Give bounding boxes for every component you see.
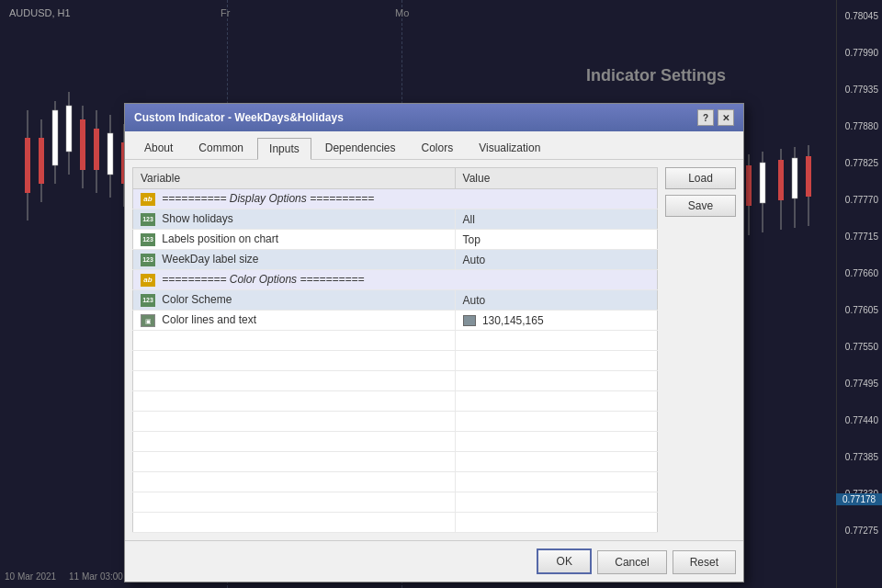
- cancel-button[interactable]: Cancel: [597, 550, 666, 574]
- svg-rect-93: [792, 158, 797, 198]
- table-row-empty: [133, 391, 658, 412]
- svg-rect-1: [25, 138, 30, 193]
- table-row-empty: [133, 351, 658, 371]
- tabs-bar: About Common Inputs Dependencies Colors …: [125, 131, 743, 160]
- price-5: 0.77770: [845, 195, 878, 205]
- svg-rect-5: [52, 110, 58, 165]
- svg-rect-3: [39, 138, 44, 184]
- icon-img-lines: ▣: [141, 314, 155, 327]
- price-2: 0.77935: [845, 85, 878, 95]
- table-row: ab ========== Display Options ==========: [133, 189, 658, 209]
- tab-dependencies[interactable]: Dependencies: [313, 137, 408, 159]
- var-color-scheme: 123 Color Scheme: [133, 290, 456, 311]
- svg-rect-9: [80, 119, 85, 170]
- price-1: 0.77990: [845, 48, 878, 58]
- price-3: 0.77880: [845, 121, 878, 131]
- price-0: 0.78045: [845, 11, 878, 21]
- table-row-empty: [133, 472, 658, 492]
- chart-symbol: AUDUSD, H1: [9, 7, 71, 18]
- close-button[interactable]: ✕: [718, 109, 734, 126]
- var-color-lines: ▣ Color lines and text: [133, 311, 456, 331]
- svg-rect-11: [94, 129, 99, 170]
- price-7: 0.77660: [845, 268, 878, 278]
- load-button[interactable]: Load: [665, 167, 736, 189]
- icon-123-holidays: 123: [141, 213, 155, 226]
- var-weekday-label: 123 WeekDay label size: [133, 250, 456, 270]
- chart-col-label-fr: Fr: [220, 7, 230, 18]
- val-labels-position[interactable]: Top: [455, 230, 657, 250]
- svg-rect-87: [746, 165, 752, 206]
- svg-rect-7: [66, 106, 72, 152]
- color-swatch: [463, 315, 476, 326]
- dialog-titlebar: Custom Indicator - WeekDays&Holidays ? ✕: [125, 104, 743, 131]
- table-row-empty: [133, 371, 658, 391]
- svg-rect-13: [107, 133, 113, 175]
- val-color-lines[interactable]: 130,145,165: [455, 311, 657, 331]
- table-row[interactable]: ▣ Color lines and text 130,145,165: [133, 311, 658, 331]
- icon-123-scheme: 123: [141, 294, 155, 307]
- val-color-scheme[interactable]: Auto: [455, 290, 657, 311]
- table-row[interactable]: 123 Color Scheme Auto: [133, 290, 658, 311]
- tab-common[interactable]: Common: [187, 137, 255, 159]
- settings-table: Variable Value ab ========== Display Opt…: [132, 167, 658, 533]
- table-row-empty: [133, 331, 658, 351]
- display-options-label: ========== Display Options ==========: [162, 192, 374, 205]
- color-options-label: ========== Color Options ==========: [162, 273, 364, 286]
- tab-inputs[interactable]: Inputs: [257, 138, 311, 160]
- price-highlight: 0.77178: [836, 493, 882, 505]
- dialog-title: Custom Indicator - WeekDays&Holidays: [134, 111, 344, 124]
- save-button[interactable]: Save: [665, 195, 736, 217]
- settings-table-area: Variable Value ab ========== Display Opt…: [132, 167, 658, 533]
- table-row-empty: [133, 452, 658, 472]
- section-color-options: ab ========== Color Options ==========: [133, 270, 658, 290]
- tab-colors[interactable]: Colors: [409, 137, 465, 159]
- price-11: 0.77440: [845, 415, 878, 425]
- icon-123-weekday: 123: [141, 254, 155, 266]
- settings-dialog: Custom Indicator - WeekDays&Holidays ? ✕…: [124, 103, 744, 582]
- table-row[interactable]: 123 Show holidays All: [133, 209, 658, 230]
- price-4: 0.77825: [845, 158, 878, 168]
- chart-col-label-mo: Mo: [395, 7, 409, 18]
- side-buttons-area: Load Save: [658, 167, 736, 533]
- dialog-content: Variable Value ab ========== Display Opt…: [125, 160, 743, 540]
- price-10: 0.77495: [845, 379, 878, 389]
- icon-123-labels: 123: [141, 233, 155, 246]
- col-variable: Variable: [133, 168, 456, 189]
- time-label-1: 11 Mar 03:00: [69, 571, 123, 582]
- content-with-sidebar: Variable Value ab ========== Display Opt…: [132, 167, 736, 533]
- icon-ab-display: ab: [141, 193, 155, 206]
- table-row[interactable]: 123 WeekDay label size Auto: [133, 250, 658, 270]
- help-button[interactable]: ?: [697, 109, 714, 126]
- price-8: 0.77605: [845, 305, 878, 315]
- time-label-0: 10 Mar 2021: [5, 571, 56, 582]
- var-labels-position: 123 Labels position on chart: [133, 230, 456, 250]
- reset-button[interactable]: Reset: [673, 550, 736, 574]
- table-row: ab ========== Color Options ==========: [133, 270, 658, 290]
- price-14: 0.77275: [845, 526, 878, 536]
- table-row-empty: [133, 432, 658, 452]
- icon-ab-color: ab: [141, 274, 155, 287]
- table-row[interactable]: 123 Labels position on chart Top: [133, 230, 658, 250]
- table-row-empty: [133, 492, 658, 513]
- val-weekday-label[interactable]: Auto: [455, 250, 657, 270]
- val-show-holidays[interactable]: All: [455, 209, 657, 230]
- section-display-options: ab ========== Display Options ==========: [133, 189, 658, 209]
- price-axis: 0.78045 0.77990 0.77935 0.77880 0.77825 …: [836, 0, 882, 588]
- svg-rect-91: [778, 160, 784, 200]
- svg-rect-95: [806, 156, 811, 197]
- table-row-empty: [133, 412, 658, 432]
- col-value: Value: [455, 168, 657, 189]
- price-6: 0.77715: [845, 232, 878, 242]
- svg-rect-89: [760, 163, 765, 203]
- ok-button[interactable]: OK: [537, 548, 592, 574]
- dialog-footer: OK Cancel Reset: [125, 540, 743, 582]
- tab-visualization[interactable]: Visualization: [467, 137, 552, 159]
- titlebar-buttons: ? ✕: [697, 109, 734, 126]
- price-12: 0.77385: [845, 452, 878, 462]
- var-show-holidays: 123 Show holidays: [133, 209, 456, 230]
- table-row-empty: [133, 513, 658, 533]
- price-9: 0.77550: [845, 342, 878, 352]
- tab-about[interactable]: About: [132, 137, 185, 159]
